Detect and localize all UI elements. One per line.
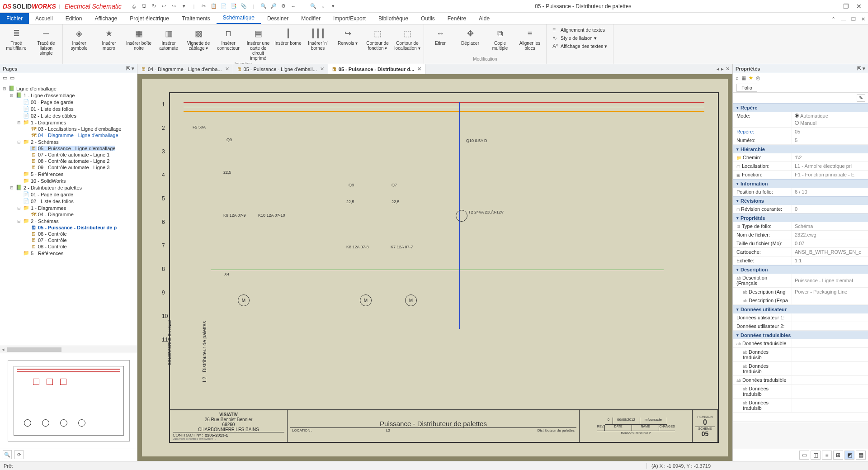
qat-btn-15[interactable]: ⚙	[280, 3, 287, 10]
tree-filter-icon[interactable]: ▭	[10, 75, 14, 81]
mdi-minimize-button[interactable]: —	[838, 15, 849, 24]
qat-btn-11[interactable]: 📎	[240, 3, 247, 10]
tree-item[interactable]: 🖺05 - Puissance - Distributeur de p	[24, 224, 136, 231]
ribbon-aligner-les-blocs[interactable]: ≡Aligner les blocs	[516, 27, 543, 51]
tree-item[interactable]: ⊟📁1 - Diagrammes	[17, 119, 136, 126]
tree-item[interactable]: ⊟📗2 - Distributeur de palettes	[10, 184, 136, 191]
menu-tab-schématique[interactable]: Schématique	[217, 12, 261, 24]
prop-group-donn-es-traduisibles[interactable]: ▾ Données traduisibles	[733, 331, 868, 339]
prop-group-information[interactable]: ▾ Information	[733, 179, 868, 188]
tree-item[interactable]: 🗺04 - Diagramme - Ligne d'emballage	[24, 132, 136, 138]
prop-row[interactable]: abDescription (AnglPower - Packaging Lin…	[733, 288, 868, 296]
prop-row[interactable]: abDonnées traduisib	[733, 399, 868, 413]
ribbon-contour-de-localisation-[interactable]: ⬚Contour de localisation ▾	[394, 27, 421, 51]
qat-btn-3[interactable]: ↩	[160, 3, 168, 10]
qat-btn-14[interactable]: 🔎	[270, 3, 277, 10]
vm-1[interactable]: ▭	[799, 451, 809, 460]
prop-row[interactable]: Cartouche:ANSI_B_WITH_ROWS_EN_c	[733, 248, 868, 256]
menu-tab-projet électrique[interactable]: Projet électrique	[123, 13, 175, 24]
prop-row[interactable]: Nom de fichier:2322.ewg	[733, 231, 868, 239]
tree-expand-icon[interactable]: ▭	[3, 75, 7, 81]
prop-row[interactable]: Repère:05	[733, 128, 868, 136]
tree-item[interactable]: 🖺06 - Contrôle	[24, 231, 136, 237]
qat-btn-4[interactable]: ↪	[170, 3, 178, 10]
prop-row[interactable]: abDescription (Espa	[733, 296, 868, 305]
grid-icon[interactable]: ▦	[741, 75, 746, 81]
file-menu[interactable]: Fichier	[0, 13, 29, 24]
tree-item[interactable]: 📄01 - Liste des folios	[17, 105, 136, 112]
tree-item[interactable]: 📁5 - Références	[17, 171, 136, 177]
ribbon-vignette-de-c-blage-[interactable]: ▩Vignette de câblage ▾	[185, 27, 212, 51]
menu-tab-traitements[interactable]: Traitements	[175, 13, 217, 24]
prop-row[interactable]: Taille du fichier (Mo):0.07	[733, 239, 868, 248]
mdi-restore-button[interactable]: ❐	[849, 14, 859, 24]
prop-row[interactable]: ▢Localisation:L1 - Armoire électrique pr…	[733, 162, 868, 171]
qat-btn-9[interactable]: 📄	[220, 3, 227, 10]
prop-group-propri-t-s[interactable]: ▾ Propriétés	[733, 214, 868, 222]
ribbon-trac-de-liaison-simple[interactable]: ─Tracé de liaison simple	[33, 27, 60, 56]
prop-row[interactable]: 🖺Type de folio:Schéma	[733, 222, 868, 231]
ribbon-etirer[interactable]: ↔Etirer	[427, 27, 454, 46]
prop-row[interactable]: Position du folio:6 / 10	[733, 188, 868, 196]
menu-tab-accueil[interactable]: Accueil	[29, 13, 59, 24]
ribbon-contour-de-fonction-[interactable]: ⬚Contour de fonction ▾	[364, 27, 391, 51]
ribbon-trac-multifilaire[interactable]: ≣Tracé multifilaire	[3, 27, 30, 51]
tabs-close-icon[interactable]: ✕	[726, 66, 730, 72]
prop-group-r-visions[interactable]: ▾ Révisions	[733, 196, 868, 205]
panel-button-a[interactable]: 🔍	[3, 450, 12, 459]
prop-row[interactable]: abDonnées traduisib	[733, 362, 868, 376]
prop-row[interactable]: abDescription (FrançaisPuissance - Ligne…	[733, 274, 868, 288]
tree-item[interactable]: 📄01 - Page de garde	[17, 191, 136, 198]
tree-item[interactable]: 🗺03 - Localisations - Ligne d'emballage	[24, 126, 136, 132]
edit-pencil-icon[interactable]: ✎	[857, 94, 865, 102]
schematic-canvas[interactable]: 1234567891011 F2 50A Q9 Q8 Q7 Q10 0.5A D…	[137, 74, 732, 461]
tabs-next-icon[interactable]: ▸	[721, 66, 724, 72]
tree-item[interactable]: 📁10 - SolidWorks	[17, 177, 136, 184]
ribbon-ins-rer-bo-te-noire[interactable]: ▦Insérer boîte noire	[125, 27, 152, 51]
prop-group-donn-es-utilisateur[interactable]: ▾ Données utilisateur	[733, 305, 868, 313]
window-close-button[interactable]: ✕	[856, 3, 862, 10]
menu-tab-edition[interactable]: Edition	[59, 13, 89, 24]
ribbon-renvois-[interactable]: ↪Renvois ▾	[334, 27, 361, 46]
doc-tab[interactable]: 🖺04 - Diagramme - Ligne d'emba...✕	[137, 64, 233, 74]
panel-dropdown-icon[interactable]: ▾	[132, 66, 134, 71]
prop-row[interactable]: abDonnées traduisib	[733, 348, 868, 362]
qat-btn-17[interactable]: —	[300, 3, 307, 10]
prop-row[interactable]: Données utilisateur 1:	[733, 313, 868, 322]
tree-item[interactable]: ⊟📁2 - Schémas	[17, 138, 136, 145]
qat-btn-19[interactable]: ⌄	[320, 3, 327, 10]
prop-row[interactable]: ◻Révision courante:0	[733, 205, 868, 214]
ribbon-small-alignement-de-textes[interactable]: ≡Alignement de textes	[551, 26, 609, 33]
prop-row[interactable]: abDonnées traduisib	[733, 385, 868, 399]
ribbon-copie-multiple[interactable]: ⧉Copie multiple	[486, 27, 514, 51]
tree-item[interactable]: 🖺07 - Contrôle automate - Ligne 1	[24, 152, 136, 158]
qat-btn-18[interactable]: 🔍	[310, 3, 317, 10]
pages-tree[interactable]: ⊟📗Ligne d'emballage⊟📗1 - Ligne d'assembl…	[0, 83, 137, 346]
ribbon-ins-rer-connecteur[interactable]: ⊓Insérer connecteur	[215, 27, 242, 51]
qat-btn-7[interactable]: ✂	[200, 3, 208, 10]
vm-3[interactable]: ≡	[822, 451, 832, 460]
tree-item[interactable]: 📁5 - Références	[17, 250, 136, 256]
tree-item[interactable]: 📄00 - Page de garde	[17, 99, 136, 105]
ribbon-ins-rer-n-bornes[interactable]: ┃┃┃Insérer 'n' bornes	[304, 27, 331, 51]
ribbon-small-affichage-des-textes[interactable]: AᵇAffichage des textes ▾	[551, 43, 609, 50]
props-pin-icon[interactable]: ⇱	[857, 66, 861, 71]
tab-close-icon[interactable]: ✕	[225, 66, 229, 72]
props-drop-icon[interactable]: ▾	[863, 66, 865, 71]
ribbon-collapse-button[interactable]: ⌃	[829, 14, 838, 24]
ribbon-d-placer[interactable]: ✥Déplacer	[457, 27, 484, 46]
prop-group-hi-rarchie[interactable]: ▾ Hiérarchie	[733, 145, 868, 153]
menu-tab-aide[interactable]: Aide	[472, 13, 496, 24]
ribbon-ins-rer-une-carte-de-circ[interactable]: ▤Insérer une carte de circuit imprimé	[245, 27, 272, 61]
menu-tab-dessiner[interactable]: Dessiner	[261, 13, 295, 24]
prop-row[interactable]: 📁Chemin:1\2	[733, 153, 868, 162]
ribbon-ins-rer-symbole[interactable]: ◈Insérer symbole	[66, 27, 93, 51]
tree-item[interactable]: 🖺09 - Contrôle automate - Ligne 3	[24, 164, 136, 171]
mdi-close-button[interactable]: ✕	[859, 14, 868, 24]
qat-btn-10[interactable]: 📑	[230, 3, 237, 10]
vm-2[interactable]: ◫	[811, 451, 821, 460]
panel-pin-icon[interactable]: ⇱	[126, 66, 130, 71]
prop-row[interactable]: abDonnées traduisible	[733, 339, 868, 348]
tree-item[interactable]: 🖺05 - Puissance - Ligne d'emballage	[24, 145, 136, 152]
menu-tab-outils[interactable]: Outils	[415, 13, 441, 24]
